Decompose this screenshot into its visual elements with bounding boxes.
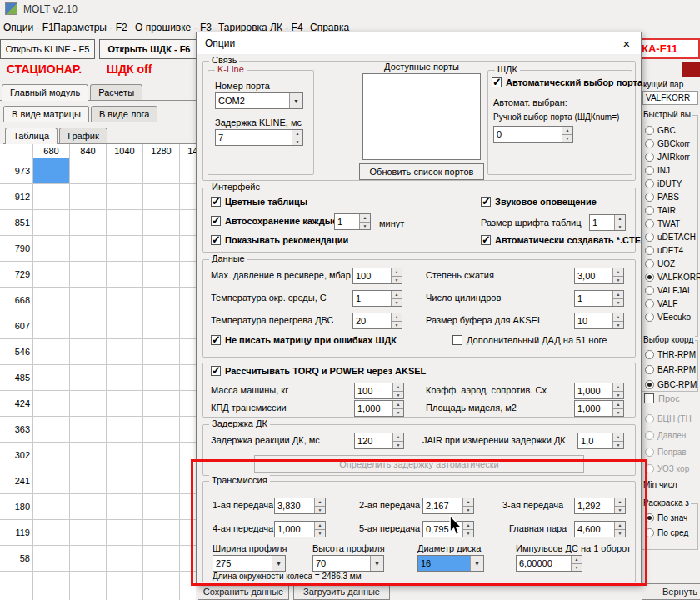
radio-option[interactable]: По сред [645, 525, 688, 540]
matrix-cell[interactable] [33, 442, 70, 468]
matrix-cell[interactable] [33, 184, 70, 210]
matrix-cell[interactable] [70, 546, 107, 572]
matrix-cell[interactable] [33, 158, 70, 184]
autosave-checkbox[interactable]: Автосохранение каждые [211, 216, 338, 226]
spinner-arrows-icon[interactable]: ▲▼ [292, 130, 302, 145]
matrix-cell[interactable] [143, 417, 180, 442]
matrix-cell[interactable] [107, 365, 143, 391]
efficiency-spinner[interactable]: 1,000 ▲▼ [354, 400, 404, 417]
spinner-arrows-icon[interactable]: ▲▼ [359, 214, 370, 229]
matrix-cell[interactable] [107, 339, 143, 365]
tab-calculations[interactable]: Расчеты [90, 84, 142, 100]
tab-graph[interactable]: График [59, 128, 108, 143]
radio-option[interactable]: PABS [645, 190, 700, 203]
matrix-cell[interactable] [33, 313, 70, 339]
manual-port-spinner[interactable]: 0 ▲▼ [493, 126, 573, 142]
radio-option[interactable]: GBC [645, 123, 700, 137]
radio-option[interactable]: По знач [645, 510, 688, 525]
radio-option[interactable]: УОЗ кор [645, 460, 692, 477]
radio-option[interactable]: TWAT [645, 217, 700, 230]
recommendations-checkbox[interactable]: Показывать рекомендации [211, 235, 348, 245]
kline-delay-spinner[interactable]: 7 ▲▼ [215, 129, 303, 146]
skip-matrix-checkbox[interactable]: Не писать матрицу при ошибках ШДК [211, 335, 397, 345]
matrix-cell[interactable] [70, 288, 107, 313]
radio-option[interactable]: BAR-RPM [645, 362, 697, 377]
matrix-cell[interactable] [143, 158, 180, 184]
sound-alert-checkbox[interactable]: Звуковое оповещение [481, 197, 597, 207]
load-data-button[interactable]: Загрузить данные [293, 583, 390, 600]
matrix-cell[interactable] [70, 158, 107, 184]
spinner-arrows-icon[interactable]: ▲▼ [391, 291, 402, 306]
kline-port-combo[interactable]: COM2 ▼ [215, 92, 303, 109]
shdk-f11-button[interactable]: КА-F11 [637, 38, 700, 59]
radio-option[interactable]: Давлен [645, 427, 692, 443]
tab-matrix-view[interactable]: В виде матрицы [3, 106, 89, 122]
available-ports-listbox[interactable] [362, 73, 481, 160]
matrix-cell[interactable] [143, 572, 180, 598]
matrix-cell[interactable] [70, 262, 107, 288]
spinner-arrows-icon[interactable]: ▲▼ [391, 313, 402, 328]
matrix-cell[interactable] [143, 262, 180, 288]
chevron-down-icon[interactable]: ▼ [289, 93, 302, 108]
matrix-cell[interactable] [70, 468, 107, 494]
spinner-arrows-icon[interactable]: ▲▼ [392, 383, 403, 398]
matrix-cell[interactable] [33, 391, 70, 417]
matrix-cell[interactable] [143, 365, 180, 391]
matrix-cell[interactable] [107, 313, 143, 339]
matrix-cell[interactable] [143, 494, 180, 520]
matrix-cell[interactable] [143, 184, 180, 210]
matrix-cell[interactable] [70, 520, 107, 546]
matrix-cell[interactable] [70, 442, 107, 468]
torq-calc-checkbox[interactable]: Рассчитывать TORQ и POWER через AKSEL [211, 366, 426, 376]
matrix-cell[interactable] [107, 494, 143, 520]
mass-spinner[interactable]: 100 ▲▼ [354, 382, 404, 399]
matrix-cell[interactable] [33, 288, 70, 313]
radio-option[interactable]: uDET4 [645, 243, 700, 257]
matrix-cell[interactable] [143, 520, 180, 546]
matrix-cell[interactable] [107, 546, 143, 572]
matrix-cell[interactable] [107, 442, 143, 468]
matrix-cell[interactable] [107, 391, 143, 417]
radio-option[interactable]: БЦН (ТН [645, 410, 692, 427]
matrix-cell[interactable] [143, 468, 180, 494]
tab-main-module[interactable]: Главный модуль [2, 84, 88, 101]
spinner-arrows-icon[interactable]: ▲▼ [612, 401, 623, 416]
spinner-arrows-icon[interactable]: ▲▼ [612, 383, 623, 398]
matrix-cell[interactable] [33, 520, 70, 546]
matrix-cell[interactable] [70, 391, 107, 417]
matrix-cell[interactable] [143, 288, 180, 313]
autosave-interval-spinner[interactable]: 1 ▲▼ [334, 213, 371, 230]
matrix-cell[interactable] [143, 210, 180, 236]
matrix-cell[interactable] [143, 442, 180, 468]
spinner-arrows-icon[interactable]: ▲▼ [612, 291, 623, 306]
radio-option[interactable]: THR-RPM [645, 347, 697, 362]
spinner-arrows-icon[interactable]: ▲▼ [562, 127, 572, 142]
matrix-cell[interactable] [33, 262, 70, 288]
matrix-cell[interactable] [107, 236, 143, 262]
matrix-cell[interactable] [143, 546, 180, 572]
radio-option[interactable]: TAIR [645, 203, 700, 217]
radio-option[interactable]: VALF [645, 297, 700, 310]
view-checkbox[interactable]: Прос [644, 393, 680, 403]
matrix-cell[interactable] [70, 339, 107, 365]
matrix-cell[interactable] [107, 184, 143, 210]
matrix-cell[interactable] [33, 236, 70, 262]
matrix-cell[interactable] [33, 365, 70, 391]
tab-table[interactable]: Таблица [5, 128, 58, 144]
dk-reaction-spinner[interactable]: 120 ▲▼ [354, 432, 404, 449]
radio-option[interactable]: Поправ [645, 443, 692, 460]
matrix-cell[interactable] [33, 572, 70, 598]
matrix-cell[interactable] [107, 262, 143, 288]
close-icon[interactable]: × [613, 33, 640, 53]
matrix-cell[interactable] [70, 417, 107, 442]
matrix-cell[interactable] [143, 391, 180, 417]
matrix-cell[interactable] [33, 339, 70, 365]
menu-parameters[interactable]: Параметры - F2 [53, 22, 128, 33]
ambient-temp-spinner[interactable]: 1 ▲▼ [352, 290, 402, 307]
matrix-cell[interactable] [33, 546, 70, 572]
auto-port-checkbox[interactable]: Автоматический выбор порта [492, 78, 642, 88]
matrix-cell[interactable] [107, 288, 143, 313]
matrix-cell[interactable] [143, 236, 180, 262]
radio-option[interactable]: GBC-RPM [645, 377, 697, 392]
auto-cte-checkbox[interactable]: Автоматически создавать *.CTE [481, 235, 641, 245]
